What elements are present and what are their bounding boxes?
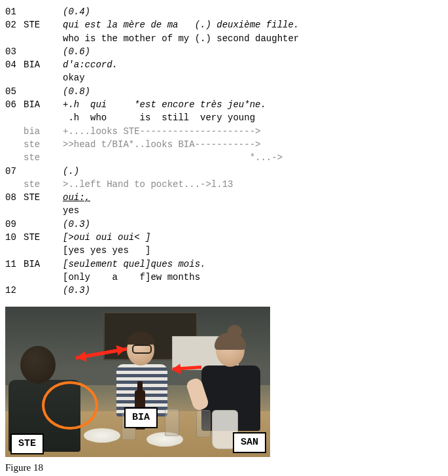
line-text: >>head t/BIA*..looks BIA----------->: [63, 138, 443, 151]
line-number: [5, 32, 24, 45]
line-number: 03: [5, 45, 24, 58]
transcript-line: ste *...->: [5, 151, 443, 164]
label-san: SAN: [233, 432, 266, 453]
line-text: (0.6): [63, 45, 443, 58]
line-number: 07: [5, 165, 24, 178]
transcript-line: .h who is still very young: [5, 111, 443, 124]
line-number: [5, 204, 24, 217]
speaker-code: [24, 111, 63, 124]
transcript-line: 02STEqui est la mère de ma (.) deuxième …: [5, 18, 443, 31]
line-number: 06: [5, 98, 24, 111]
transcript-line: 01(0.4): [5, 5, 443, 18]
transcript-line: 08STEoui:,: [5, 191, 443, 204]
line-text: [>oui oui oui< ]: [63, 231, 443, 244]
transcript-line: [yes yes yes ]: [5, 244, 443, 257]
line-number: 05: [5, 85, 24, 98]
line-text: +.h qui *est encore très jeu*ne.: [63, 98, 443, 111]
line-number: [5, 111, 24, 124]
line-number: [5, 244, 24, 257]
transcript-line: 07(.): [5, 165, 443, 178]
speaker-code: [24, 32, 63, 45]
line-text: (0.8): [63, 85, 443, 98]
speaker-code: [24, 204, 63, 217]
label-ste: STE: [10, 434, 44, 454]
transcript-line: ste>..left Hand to pocket...->l.13: [5, 178, 443, 191]
line-number: [5, 178, 24, 191]
speaker-code: ste: [24, 138, 63, 151]
transcript-line: yes: [5, 204, 443, 217]
speaker-code: ste: [24, 178, 63, 191]
line-text: [yes yes yes ]: [63, 244, 443, 257]
speaker-code: [24, 165, 63, 178]
transcript-line: 10STE[>oui oui oui< ]: [5, 231, 443, 244]
speaker-code: [24, 271, 63, 284]
line-number: [5, 138, 24, 151]
label-bia: BIA: [124, 407, 158, 428]
line-number: [5, 71, 24, 84]
line-text: qui est la mère de ma (.) deuxième fille…: [63, 18, 443, 31]
line-number: 04: [5, 58, 24, 71]
transcript-line: who is the mother of my (.) second daugh…: [5, 32, 443, 45]
figure-caption: Figure 18: [5, 461, 443, 475]
speaker-code: [24, 5, 63, 18]
speaker-code: [24, 244, 63, 257]
line-text: [only a f]ew months: [63, 271, 443, 284]
line-number: 02: [5, 18, 24, 31]
speaker-code: [24, 71, 63, 84]
line-text: [seulement quel]ques mois.: [63, 258, 443, 271]
speaker-code: [24, 218, 63, 231]
speaker-code: BIA: [24, 258, 63, 271]
line-text: .h who is still very young: [63, 111, 443, 124]
line-number: 11: [5, 258, 24, 271]
transcript-line: 12(0.3): [5, 284, 443, 297]
transcript-line: 09(0.3): [5, 218, 443, 231]
speaker-code: STE: [24, 231, 63, 244]
line-text: d'a:ccord.: [63, 58, 443, 71]
speaker-code: bia: [24, 125, 63, 138]
transcript-line: bia+....looks STE--------------------->: [5, 125, 443, 138]
line-text: (0.3): [63, 284, 443, 297]
line-number: [5, 151, 24, 164]
transcript-line: okay: [5, 71, 443, 84]
line-text: (.): [63, 165, 443, 178]
transcript-line: 05(0.8): [5, 85, 443, 98]
transcript-line: ste>>head t/BIA*..looks BIA----------->: [5, 138, 443, 151]
speaker-code: [24, 45, 63, 58]
transcript-line: [only a f]ew months: [5, 271, 443, 284]
line-text: (0.4): [63, 5, 443, 18]
line-number: 08: [5, 191, 24, 204]
speaker-code: [24, 284, 63, 297]
transcript-line: 11BIA[seulement quel]ques mois.: [5, 258, 443, 271]
speaker-code: BIA: [24, 98, 63, 111]
line-number: 10: [5, 231, 24, 244]
transcript-line: 06BIA+.h qui *est encore très jeu*ne.: [5, 98, 443, 111]
line-number: 12: [5, 284, 24, 297]
speaker-code: [24, 85, 63, 98]
line-text: yes: [63, 204, 443, 217]
line-number: 09: [5, 218, 24, 231]
speaker-code: BIA: [24, 58, 63, 71]
line-text: who is the mother of my (.) second daugh…: [63, 32, 443, 45]
line-number: 01: [5, 5, 24, 18]
line-text: +....looks STE--------------------->: [63, 125, 443, 138]
annotation-circle: [42, 381, 98, 430]
line-text: (0.3): [63, 218, 443, 231]
transcript-line: 04BIAd'a:ccord.: [5, 58, 443, 71]
line-text: >..left Hand to pocket...->l.13: [63, 178, 443, 191]
speaker-code: STE: [24, 18, 63, 31]
speaker-code: ste: [24, 151, 63, 164]
line-number: [5, 271, 24, 284]
speaker-code: STE: [24, 191, 63, 204]
line-number: [5, 125, 24, 138]
figure-image: STE BIA SAN: [5, 307, 270, 457]
line-text: *...->: [63, 151, 443, 164]
line-text: oui:,: [63, 191, 443, 204]
line-text: okay: [63, 71, 443, 84]
transcript-line: 03(0.6): [5, 45, 443, 58]
transcript-block: 01(0.4)02STEqui est la mère de ma (.) de…: [5, 5, 443, 298]
